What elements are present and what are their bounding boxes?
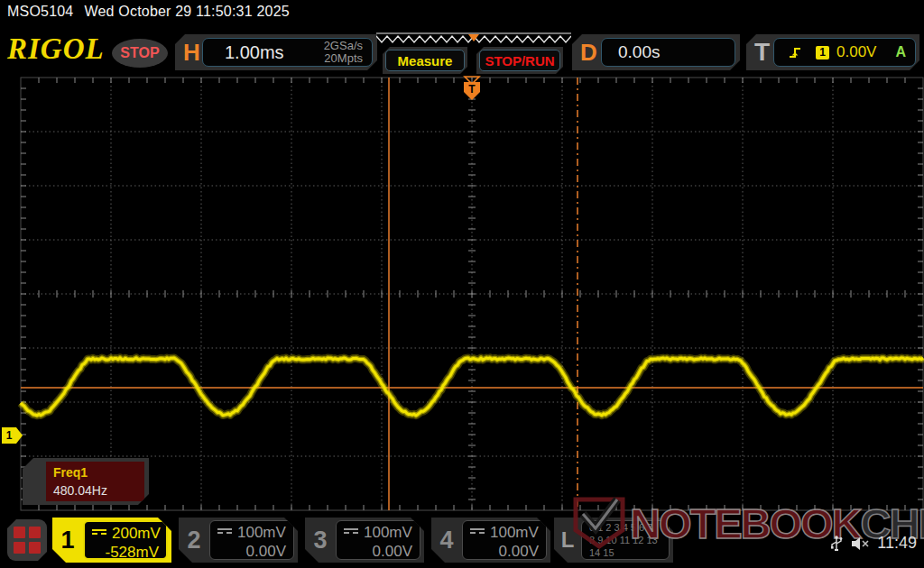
- channel-2-scale: 100mV: [237, 524, 286, 542]
- channel-3-number: 3: [305, 518, 336, 563]
- usb-icon: [830, 535, 843, 553]
- channel-4-button[interactable]: 4 100mV 0.00V: [431, 518, 550, 563]
- channel-3-scale: 100mV: [364, 524, 412, 542]
- measurement-value: 480.04Hz: [53, 483, 137, 498]
- logic-row-1: 0 1 2 3 4 5 6 7: [589, 521, 669, 534]
- bottom-bar: 1 200mV -528mV 2 100mV 0.00V 3 100mV 0.0…: [0, 512, 924, 568]
- channel-2-offset: 0.00V: [217, 543, 286, 561]
- logic-channels-button[interactable]: L 0 1 2 3 4 5 6 7 8 9 10 11 12 13 14 15: [554, 518, 673, 563]
- channel-1-number: 1: [52, 518, 83, 563]
- channel-1-button[interactable]: 1 200mV -528mV: [52, 518, 171, 563]
- grid-icon: [14, 527, 25, 538]
- system-tray: 11:49: [830, 534, 917, 553]
- dc-coupling-icon: [470, 528, 485, 537]
- logic-well: 0 1 2 3 4 5 6 7 8 9 10 11 12 13 14 15: [581, 520, 670, 560]
- svg-text:1: 1: [6, 429, 13, 442]
- channel-3-well: 100mV 0.00V: [336, 520, 420, 560]
- logic-row-2: 8 9 10 11 12 13 14 15: [589, 534, 669, 559]
- grid-icon: [29, 542, 41, 554]
- dc-coupling-icon: [217, 528, 232, 537]
- channel-1-scale: 200mV: [112, 525, 161, 543]
- channel-2-well: 100mV 0.00V: [209, 520, 294, 560]
- channel-3-offset: 0.00V: [344, 543, 412, 561]
- clock: 11:49: [877, 534, 917, 553]
- menu-grid-button[interactable]: [7, 519, 47, 561]
- channel-4-well: 100mV 0.00V: [462, 520, 547, 560]
- channel-4-number: 4: [431, 518, 462, 563]
- svg-text:T: T: [468, 83, 476, 96]
- measurement-box-inner: Freq1 480.04Hz: [46, 462, 144, 501]
- mute-speaker-icon: [850, 536, 870, 552]
- channel-2-button[interactable]: 2 100mV 0.00V: [179, 518, 298, 563]
- channel-4-scale: 100mV: [490, 524, 539, 542]
- dc-coupling-icon: [344, 528, 358, 537]
- channel-1-position-marker[interactable]: 1: [2, 427, 23, 444]
- grid-icon: [29, 527, 41, 538]
- channel-1-offset: -528mV: [92, 544, 159, 562]
- measurement-name: Freq1: [53, 465, 137, 480]
- channel-2-number: 2: [179, 518, 209, 563]
- measurement-box[interactable]: Freq1 480.04Hz: [23, 458, 149, 505]
- grid-icon: [14, 542, 25, 554]
- dc-coupling-icon: [92, 529, 106, 538]
- channel-3-button[interactable]: 3 100mV 0.00V: [305, 518, 424, 563]
- channel-1-well: 200mV -528mV: [83, 520, 168, 560]
- oscilloscope-screen: MSO5104Wed October 29 11:50:31 2025 RIGO…: [0, 0, 924, 568]
- channel-4-offset: 0.00V: [470, 543, 539, 561]
- logic-label: L: [554, 518, 581, 563]
